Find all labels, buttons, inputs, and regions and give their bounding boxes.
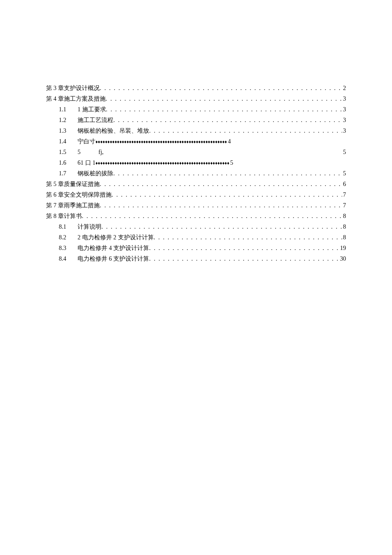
- toc-leader: [149, 245, 339, 251]
- toc-number: 1.7: [59, 171, 78, 177]
- toc-number: 1.4: [59, 139, 78, 145]
- toc-page-number: 7: [342, 192, 346, 198]
- toc-row: 1.11 施工要求3: [46, 107, 346, 117]
- toc-page-number: 8: [342, 224, 346, 230]
- toc-leader: [149, 128, 342, 134]
- toc-page-number: 5: [342, 171, 346, 177]
- toc-number: 8.3: [59, 245, 78, 251]
- toc-row: 第 4 章施工方案及措施3: [46, 96, 346, 107]
- toc-row: 1.661 口 1♦♦♦♦♦♦♦♦♦♦♦♦♦♦♦♦♦♦♦♦♦♦♦♦♦♦♦♦♦♦♦…: [46, 160, 346, 171]
- toc-label: 1 施工要求: [78, 107, 106, 113]
- toc-page-number: 5: [342, 149, 346, 155]
- toc-row: 第 7 章雨季施工措施7: [46, 203, 346, 213]
- toc-leader: [112, 192, 342, 198]
- toc-row: 1.55 fj,5: [46, 149, 346, 160]
- toc-leader: [154, 235, 343, 241]
- toc-number: 1.1: [59, 107, 78, 113]
- toc-number: 8.1: [59, 224, 78, 230]
- toc-row: 8.4电力检修井 6 支护设计计算30: [46, 256, 346, 267]
- toc-label: 钢板桩的检验、吊装、堆放: [78, 128, 149, 134]
- toc-label: 5 fj,: [78, 149, 104, 155]
- toc-page-number: 3: [342, 96, 346, 102]
- toc-number: 8.4: [59, 256, 78, 262]
- toc-leader: [106, 96, 342, 102]
- toc-label: 计算说明: [78, 224, 101, 230]
- toc-label: 电力检修井 6 支护设计计算: [78, 256, 149, 262]
- toc-leader: [82, 213, 342, 219]
- toc-label: 宁白寸: [78, 139, 95, 145]
- toc-leader: [106, 107, 343, 113]
- toc-leader: ♦♦♦♦♦♦♦♦♦♦♦♦♦♦♦♦♦♦♦♦♦♦♦♦♦♦♦♦♦♦♦♦♦♦♦♦♦♦♦♦…: [95, 139, 227, 144]
- toc-row: 第 3 章支护设计概况2: [46, 85, 346, 96]
- toc-label: 61 口 1: [78, 160, 95, 166]
- toc-label: 第 3 章支护设计概况: [46, 85, 100, 91]
- toc-leader: [113, 117, 342, 123]
- toc-page: 第 3 章支护设计概况2第 4 章施工方案及措施31.11 施工要求31.2施工…: [0, 0, 392, 555]
- toc-leader: [101, 224, 342, 230]
- toc-page-number: 3: [342, 107, 346, 113]
- toc-page-number: 6: [342, 181, 346, 187]
- toc-row: 1.2施工工艺流程3: [46, 117, 346, 128]
- toc-label: 第 6 章安全文明保障措施: [46, 192, 112, 198]
- toc-page-number: 8: [342, 235, 346, 241]
- toc-leader: [100, 85, 342, 91]
- toc-row: 第 8 章计算书8: [46, 213, 346, 224]
- toc-page-number: 2: [342, 85, 346, 91]
- toc-leader: [113, 171, 342, 177]
- toc-label: 2 电力检修井 2 支护设计计算: [78, 235, 154, 241]
- toc-label: 第 7 章雨季施工措施: [46, 203, 100, 209]
- toc-page-number: 5: [229, 160, 233, 166]
- toc-number: 1.5: [59, 149, 78, 155]
- toc-leader: [149, 256, 339, 262]
- toc-page-number: 3: [342, 117, 346, 123]
- toc-page-number: 7: [342, 203, 346, 209]
- toc-page-number: 8: [342, 213, 346, 219]
- toc-leader: ♦♦♦♦♦♦♦♦♦♦♦♦♦♦♦♦♦♦♦♦♦♦♦♦♦♦♦♦♦♦♦♦♦♦♦♦♦♦♦♦…: [95, 161, 229, 166]
- toc-number: 1.2: [59, 117, 78, 123]
- toc-row: 1.4宁白寸♦♦♦♦♦♦♦♦♦♦♦♦♦♦♦♦♦♦♦♦♦♦♦♦♦♦♦♦♦♦♦♦♦♦…: [46, 139, 346, 149]
- toc-row: 1.3钢板桩的检验、吊装、堆放3: [46, 128, 346, 139]
- toc-page-number: 30: [339, 256, 346, 262]
- toc-row: 8.1计算说明8: [46, 224, 346, 235]
- toc-row: 1.7钢板桩的拔除5: [46, 171, 346, 181]
- toc-label: 第 8 章计算书: [46, 213, 82, 219]
- toc-page-number: 3: [342, 128, 346, 134]
- toc-number: 1.3: [59, 128, 78, 134]
- toc-row: 8.3电力检修井 4 支护设计计算19: [46, 245, 346, 256]
- toc-row: 8.22 电力检修井 2 支护设计计算8: [46, 235, 346, 245]
- toc-number: 1.6: [59, 160, 78, 166]
- toc-page-number: 4: [227, 139, 231, 145]
- toc-row: 第 6 章安全文明保障措施7: [46, 192, 346, 203]
- toc-leader: [100, 203, 342, 209]
- toc-label: 第 5 章质量保证措施: [46, 181, 100, 187]
- toc-leader: [100, 181, 342, 187]
- toc-label: 电力检修井 4 支护设计计算: [78, 245, 149, 251]
- toc-row: 第 5 章质量保证措施6: [46, 181, 346, 192]
- toc-label: 施工工艺流程: [78, 117, 113, 123]
- toc-label: 钢板桩的拔除: [78, 171, 113, 177]
- toc-page-number: 19: [339, 245, 346, 251]
- toc-number: 8.2: [59, 235, 78, 241]
- toc-label: 第 4 章施工方案及措施: [46, 96, 106, 102]
